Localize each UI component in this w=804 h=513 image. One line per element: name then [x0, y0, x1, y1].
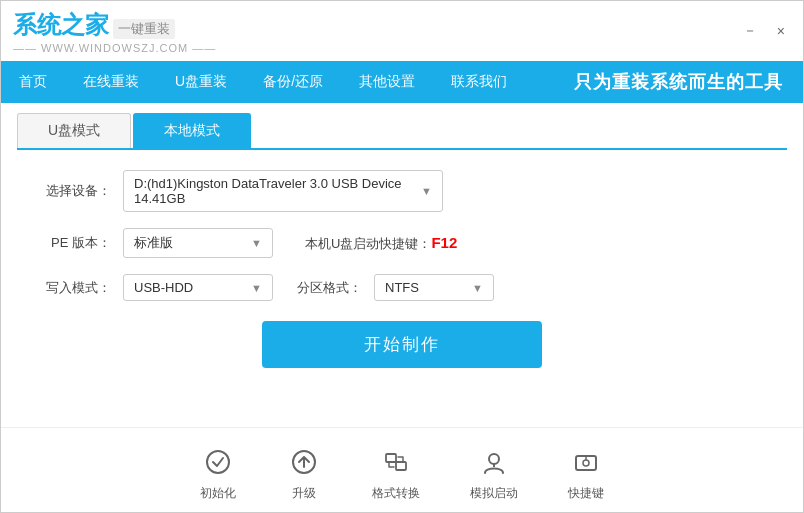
navbar-slogan: 只为重装系统而生的工具 [574, 70, 803, 94]
init-icon [200, 444, 236, 480]
svg-rect-2 [386, 454, 396, 462]
partition-select[interactable]: NTFS ▼ [374, 274, 494, 301]
bottom-icon-shortcut[interactable]: 快捷键 [568, 444, 604, 502]
svg-point-0 [207, 451, 229, 473]
tab-usb-mode[interactable]: U盘模式 [17, 113, 131, 148]
titlebar: 系统之家 一键重装 —— WWW.WINDOWSZJ.COM —— － × [1, 1, 803, 61]
write-select[interactable]: USB-HDD ▼ [123, 274, 273, 301]
logo-sub-text: —— WWW.WINDOWSZJ.COM —— [13, 42, 216, 54]
simulate-icon [476, 444, 512, 480]
bottom-icon-upgrade[interactable]: 升级 [286, 444, 322, 502]
svg-point-4 [489, 454, 499, 464]
device-label: 选择设备： [41, 182, 111, 200]
write-select-arrow: ▼ [251, 282, 262, 294]
pe-select[interactable]: 标准版 ▼ [123, 228, 273, 258]
device-select[interactable]: D:(hd1)Kingston DataTraveler 3.0 USB Dev… [123, 170, 443, 212]
start-button[interactable]: 开始制作 [262, 321, 542, 368]
shortcut-hint: 本机U盘启动快捷键：F12 [305, 234, 457, 253]
format-label: 格式转换 [372, 485, 420, 502]
svg-rect-3 [396, 462, 406, 470]
write-mode-row: 写入模式： USB-HDD ▼ 分区格式： NTFS ▼ [41, 274, 763, 301]
nav-contact-us[interactable]: 联系我们 [433, 61, 525, 103]
start-btn-row: 开始制作 [41, 321, 763, 368]
nav-home[interactable]: 首页 [1, 61, 65, 103]
device-select-arrow: ▼ [421, 185, 432, 197]
partition-label: 分区格式： [297, 279, 362, 297]
upgrade-icon [286, 444, 322, 480]
tab-bar: U盘模式 本地模式 [17, 113, 787, 150]
pe-select-value: 标准版 [134, 234, 173, 252]
simulate-label: 模拟启动 [470, 485, 518, 502]
write-label: 写入模式： [41, 279, 111, 297]
navbar-items: 首页 在线重装 U盘重装 备份/还原 其他设置 联系我们 [1, 61, 574, 103]
device-select-value: D:(hd1)Kingston DataTraveler 3.0 USB Dev… [134, 176, 413, 206]
nav-online-reinstall[interactable]: 在线重装 [65, 61, 157, 103]
format-icon [378, 444, 414, 480]
logo-tag-text: 一键重装 [113, 19, 175, 39]
nav-other-settings[interactable]: 其他设置 [341, 61, 433, 103]
device-row: 选择设备： D:(hd1)Kingston DataTraveler 3.0 U… [41, 170, 763, 212]
svg-point-7 [583, 460, 589, 466]
bottom-icons: 初始化 升级 [1, 427, 803, 512]
content-area: U盘模式 本地模式 选择设备： D:(hd1)Kingston DataTrav… [1, 103, 803, 512]
write-select-value: USB-HDD [134, 280, 193, 295]
shortcut-icon [568, 444, 604, 480]
app-logo: 系统之家 一键重装 —— WWW.WINDOWSZJ.COM —— [13, 9, 216, 54]
bottom-icon-init[interactable]: 初始化 [200, 444, 236, 502]
pe-label: PE 版本： [41, 234, 111, 252]
form-area: 选择设备： D:(hd1)Kingston DataTraveler 3.0 U… [1, 150, 803, 388]
pe-select-arrow: ▼ [251, 237, 262, 249]
nav-backup-restore[interactable]: 备份/还原 [245, 61, 341, 103]
nav-usb-reinstall[interactable]: U盘重装 [157, 61, 245, 103]
pe-row: PE 版本： 标准版 ▼ 本机U盘启动快捷键：F12 [41, 228, 763, 258]
bottom-icon-format[interactable]: 格式转换 [372, 444, 420, 502]
bottom-icon-simulate[interactable]: 模拟启动 [470, 444, 518, 502]
logo-main-text: 系统之家 [13, 9, 109, 41]
shortcut-key: F12 [431, 234, 457, 251]
main-window: 系统之家 一键重装 —— WWW.WINDOWSZJ.COM —— － × 首页… [0, 0, 804, 513]
shortcut-label: 快捷键 [568, 485, 604, 502]
close-button[interactable]: × [771, 21, 791, 41]
window-controls: － × [737, 20, 791, 42]
upgrade-label: 升级 [292, 485, 316, 502]
minimize-button[interactable]: － [737, 20, 763, 42]
navbar: 首页 在线重装 U盘重装 备份/还原 其他设置 联系我们 只为重装系统而生的工具 [1, 61, 803, 103]
partition-select-arrow: ▼ [472, 282, 483, 294]
init-label: 初始化 [200, 485, 236, 502]
tab-local-mode[interactable]: 本地模式 [133, 113, 251, 148]
partition-select-value: NTFS [385, 280, 419, 295]
